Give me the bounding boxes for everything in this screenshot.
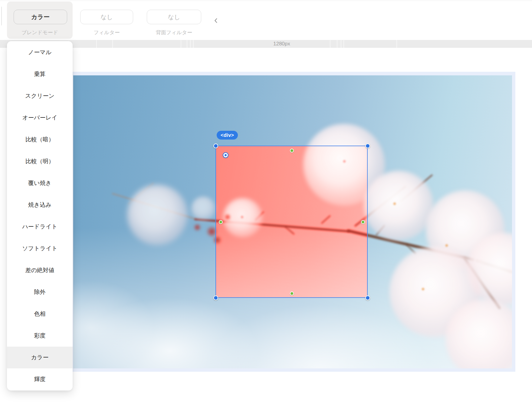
spacing-handle-bottom[interactable] xyxy=(290,292,294,295)
ruler-tick xyxy=(112,40,113,48)
spacing-handle-right[interactable] xyxy=(361,220,365,224)
blend-menu-item-hard-light[interactable]: ハードライト xyxy=(7,216,73,238)
blend-menu-item-luminosity[interactable]: 輝度 xyxy=(7,368,73,390)
ruler-tick xyxy=(187,40,187,48)
blend-menu-item-overlay[interactable]: オーバーレイ xyxy=(7,107,73,129)
ruler-tick xyxy=(330,40,330,48)
blend-mode-menu: ノーマル 乗算 スクリーン オーバーレイ 比較（暗） 比較（明） 覆い焼き 焼き… xyxy=(7,41,73,390)
top-divider xyxy=(0,1,532,1)
blossom-cluster xyxy=(364,171,433,240)
ruler-tick xyxy=(181,40,181,48)
blend-menu-item-color[interactable]: カラー xyxy=(7,347,73,368)
ruler-tick xyxy=(190,40,191,48)
element-tag-badge[interactable]: <div> xyxy=(217,131,238,140)
red-bud xyxy=(194,224,201,231)
collapse-panel-button[interactable] xyxy=(212,16,220,25)
blend-menu-item-darken[interactable]: 比較（暗） xyxy=(7,129,73,150)
blend-menu-item-exclusion[interactable]: 除外 xyxy=(7,281,73,303)
spacing-handle-left[interactable] xyxy=(219,220,223,224)
blend-menu-item-color-burn[interactable]: 焼き込み xyxy=(7,194,73,216)
filter-label: フィルター xyxy=(80,29,133,36)
spacing-handle-top[interactable] xyxy=(290,149,294,153)
resize-handle-bottom-right[interactable] xyxy=(365,295,370,300)
blend-menu-item-normal[interactable]: ノーマル xyxy=(7,41,73,63)
ruler-tick xyxy=(343,40,344,48)
canvas-width-label: 1280px xyxy=(273,40,290,48)
ruler-tick xyxy=(193,40,194,48)
blend-mode-select[interactable]: カラー xyxy=(14,10,67,24)
stamen-dot xyxy=(445,244,448,247)
ruler-tick xyxy=(341,40,341,48)
filter-select[interactable]: なし xyxy=(80,10,133,24)
border-radius-handle[interactable] xyxy=(223,152,228,158)
stamen-dot xyxy=(421,287,425,291)
chevron-left-icon xyxy=(213,17,219,24)
panel-edge-divider xyxy=(1,7,2,25)
canvas-ruler: 1280px xyxy=(0,40,532,48)
blend-menu-item-soft-light[interactable]: ソフトライト xyxy=(7,238,73,259)
blend-menu-item-lighten[interactable]: 比較（明） xyxy=(7,150,73,172)
resize-handle-top-left[interactable] xyxy=(213,143,218,148)
ruler-tick xyxy=(337,40,337,48)
backdrop-filter-label: 背面フィルター xyxy=(147,29,201,36)
blend-menu-item-hue[interactable]: 色相 xyxy=(7,303,73,325)
blend-menu-item-color-dodge[interactable]: 覆い焼き xyxy=(7,172,73,194)
blossom-cluster xyxy=(127,185,188,245)
blend-menu-item-screen[interactable]: スクリーン xyxy=(7,85,73,107)
stamen-dot xyxy=(393,202,396,206)
ruler-tick xyxy=(96,40,97,48)
blossom-cluster xyxy=(191,196,215,221)
resize-handle-bottom-left[interactable] xyxy=(213,295,218,300)
blend-menu-item-saturation[interactable]: 彩度 xyxy=(7,325,73,347)
blend-menu-item-multiply[interactable]: 乗算 xyxy=(7,63,73,85)
blend-menu-item-difference[interactable]: 差の絶対値 xyxy=(7,259,73,281)
blend-mode-label: ブレンドモード xyxy=(7,29,73,36)
selection-outline[interactable] xyxy=(215,146,368,298)
ruler-tick xyxy=(396,40,397,48)
resize-handle-top-right[interactable] xyxy=(365,143,370,148)
backdrop-filter-select[interactable]: なし xyxy=(147,10,201,24)
